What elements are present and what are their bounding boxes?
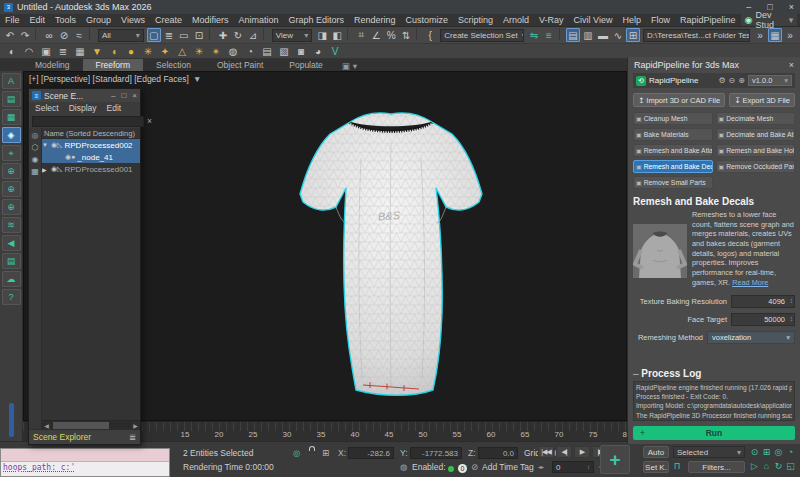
zoom-out-icon[interactable]: ⊖ xyxy=(729,76,736,85)
absolute-mode-icon[interactable]: ⊞ xyxy=(322,448,329,458)
face-target-spinner[interactable]: 50000 xyxy=(731,313,795,326)
selection-set-dropdown[interactable]: Create Selection Set▾ xyxy=(440,29,524,42)
play-button[interactable]: ▶ xyxy=(574,446,590,458)
y-coordinate-field[interactable]: -1772.583 xyxy=(410,447,462,459)
vray-render-settings-icon[interactable]: ▤ xyxy=(2,91,21,107)
rect-selection-region-icon[interactable]: ▭ xyxy=(177,28,191,42)
dock-scrollbar[interactable] xyxy=(9,403,14,437)
zoom-all-icon[interactable]: ⊞ xyxy=(761,445,772,458)
select-and-move-icon[interactable]: ✚ xyxy=(216,28,230,42)
vray-sphere-icon[interactable]: ◍ xyxy=(226,44,240,58)
maximize-button[interactable]: □ xyxy=(121,91,126,100)
vray-proxy-icon[interactable]: ▧ xyxy=(277,44,291,58)
separator[interactable] xyxy=(416,28,420,40)
rp-action-button[interactable]: ▣ Remesh and Bake Atlas xyxy=(633,144,713,157)
key-filters-curve-icon[interactable]: Π xyxy=(674,461,680,471)
window-crossing-icon[interactable]: ⊡ xyxy=(192,28,206,42)
menu-item[interactable]: Display xyxy=(65,103,101,113)
vray-light-lister-icon[interactable]: ⌖ xyxy=(2,145,21,161)
menu-item[interactable]: Scripting xyxy=(453,15,498,25)
scrollbar-thumb[interactable] xyxy=(53,422,109,429)
menu-item[interactable]: RapidPipeline xyxy=(675,15,741,25)
zoom-extents-icon[interactable]: ◎ xyxy=(773,445,784,458)
material-editor-icon[interactable]: ◐ xyxy=(5,44,19,58)
rp-action-button[interactable]: ▣ Decimate Mesh xyxy=(716,112,796,125)
scene-explorer-search-input[interactable] xyxy=(32,116,144,127)
separator[interactable] xyxy=(263,28,267,40)
menu-item[interactable]: Tools xyxy=(50,15,81,25)
separator[interactable] xyxy=(35,28,39,40)
key-filters-button[interactable]: Filters... xyxy=(688,461,745,473)
toggle-ribbon-icon[interactable]: ▬ xyxy=(596,28,610,42)
ribbon-minimize-icon[interactable]: ▣ xyxy=(342,61,350,71)
hierarchy-filter-icon[interactable]: ⬡ xyxy=(32,143,39,152)
dome-light-icon[interactable]: ◖ xyxy=(107,44,121,58)
x-coordinate-field[interactable]: -282.6 xyxy=(348,447,394,459)
import-button[interactable]: ↥Import 3D or CAD File xyxy=(633,93,725,107)
macro-recorder-pane[interactable] xyxy=(1,449,169,462)
align-icon[interactable]: ≡ xyxy=(542,28,556,42)
minimize-button[interactable]: – xyxy=(746,2,751,12)
vray-alembic-add-icon[interactable]: ⊕ xyxy=(2,181,21,197)
vray-volume-add-icon[interactable]: ⊕ xyxy=(2,199,21,215)
horizontal-scrollbar[interactable]: ◀ ▶ xyxy=(42,420,140,429)
separator[interactable] xyxy=(89,28,93,40)
overflow-chevron-icon[interactable]: » xyxy=(753,28,767,42)
key-count-badge[interactable]: 0 xyxy=(458,463,467,473)
vray-back-icon[interactable]: ◀ xyxy=(2,235,21,251)
menu-item[interactable]: Animation xyxy=(233,15,283,25)
ribbon-tab[interactable]: Selection xyxy=(143,59,204,71)
rp-action-button[interactable]: ▣ Bake Materials xyxy=(633,128,713,141)
walk-through-icon[interactable]: ⌂ xyxy=(761,459,772,472)
vray-active-tool-icon[interactable]: ◈ xyxy=(2,127,21,143)
selection-set-key-dropdown[interactable]: Selected▾ xyxy=(673,446,745,458)
area-light-icon[interactable]: △ xyxy=(175,44,189,58)
close-icon[interactable]: × xyxy=(789,60,794,70)
vray-logo-icon[interactable]: V xyxy=(328,44,342,58)
rp-action-button[interactable]: ▣ Decimate and Bake Atlas xyxy=(716,128,796,141)
menu-item[interactable]: Help xyxy=(617,15,646,25)
select-by-name-icon[interactable]: ≣ xyxy=(162,28,176,42)
camera-tool-icon[interactable]: ▣ xyxy=(39,44,53,58)
auto-key-button[interactable]: Auto xyxy=(643,446,669,458)
field-of-view-icon[interactable]: ◔ xyxy=(785,445,796,458)
paint-bucket-icon[interactable]: ◙ xyxy=(294,44,308,58)
list-tool-icon[interactable]: ≣ xyxy=(56,44,70,58)
maximize-viewport-icon[interactable]: ◱ xyxy=(785,459,796,472)
ribbon-tab[interactable]: Freeform xyxy=(83,59,143,71)
menu-item[interactable]: Customize xyxy=(401,15,454,25)
select-and-scale-icon[interactable]: ⊿ xyxy=(246,28,260,42)
ribbon-tab[interactable]: Populate xyxy=(276,59,336,71)
select-and-rotate-icon[interactable]: ↻ xyxy=(231,28,245,42)
toggle-scene-explorer-icon[interactable]: ▤ xyxy=(566,28,580,42)
process-log-title[interactable]: Process Log xyxy=(633,368,795,379)
rp-action-button[interactable]: ▣ Remove Small Parts xyxy=(633,176,713,189)
close-button[interactable]: × xyxy=(132,91,137,100)
reference-coordinate-dropdown[interactable]: View▾ xyxy=(272,29,312,42)
mirror-icon[interactable]: ⇋ xyxy=(527,28,541,42)
vray-cloud-icon[interactable]: ☁ xyxy=(2,271,21,287)
set-key-button[interactable]: Set K. xyxy=(643,461,669,473)
go-to-start-button[interactable]: |◀◀ xyxy=(538,446,554,458)
chevron-down-icon[interactable]: ▾ xyxy=(353,61,357,71)
sphere-light-icon[interactable]: ● xyxy=(124,44,138,58)
gear-icon[interactable]: ⚙ xyxy=(718,76,725,85)
menu-item[interactable]: Arnold xyxy=(498,15,534,25)
angle-snap-icon[interactable]: ∠ xyxy=(369,28,383,42)
overflow-chevron-icon[interactable]: » xyxy=(783,28,797,42)
prev-frame-button[interactable]: ◀| xyxy=(556,446,572,458)
column-header-name[interactable]: Name (Sorted Descending) xyxy=(42,128,140,139)
expand-arrow-icon[interactable]: ▶ xyxy=(42,166,49,173)
menu-item[interactable]: Views xyxy=(116,15,150,25)
mesh-light-icon[interactable]: ✳ xyxy=(141,44,155,58)
add-time-tag[interactable]: Add Time Tag xyxy=(482,462,534,472)
read-more-link[interactable]: Read More xyxy=(732,278,768,288)
user-account[interactable]: ◉ Dev Stud ▾ xyxy=(741,14,798,26)
spot-light-icon[interactable]: ▼ xyxy=(90,44,104,58)
menu-item[interactable]: Edit xyxy=(25,15,51,25)
viewport-label[interactable]: [+] [Perspective] [Standard] [Edged Face… xyxy=(29,74,189,84)
ies-light-icon[interactable]: ✦ xyxy=(158,44,172,58)
sun-sky-icon[interactable]: ✴ xyxy=(209,44,223,58)
film-tool-icon[interactable]: ▦ xyxy=(73,44,87,58)
menu-item[interactable]: Rendering xyxy=(349,15,401,25)
